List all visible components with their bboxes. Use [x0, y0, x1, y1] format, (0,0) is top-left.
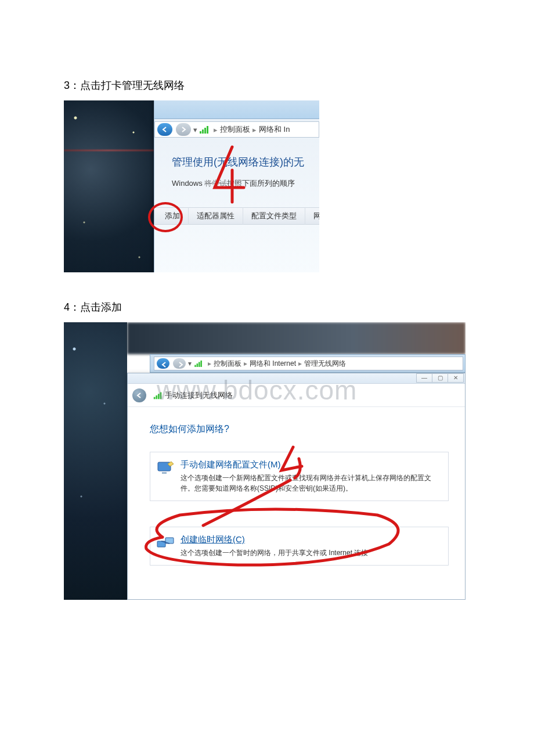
toolbar-adapter-button[interactable]: 适配器属性	[189, 207, 243, 225]
nav-back-button[interactable]	[157, 358, 169, 369]
minimize-button[interactable]: —	[416, 373, 432, 383]
step4-caption: 4：点击添加	[64, 300, 470, 314]
option-adhoc-desc: 这个选项创建一个暂时的网络，用于共享文件或 Internet 连接	[181, 548, 440, 558]
nav-back-button[interactable]	[157, 123, 172, 136]
wireless-icon	[194, 360, 203, 367]
wizard-titlebar: — ▢ ✕	[128, 373, 465, 384]
nav-dropdown-chevron-icon[interactable]: ▾	[188, 359, 192, 368]
wireless-icon	[200, 125, 209, 134]
explorer-window: ▾ ▸ 控制面板 ▸ 网络和 In 管理使用(无线网络连接)的无 Windows…	[154, 100, 319, 272]
option-adhoc-create[interactable]: 创建临时网络(C) 这个选项创建一个暂时的网络，用于共享文件或 Internet…	[150, 527, 449, 566]
figure-step4: ▾ ▸ 控制面板 ▸ 网络和 Internet ▸ 管理无线网络 — ▢ ✕ 手…	[64, 322, 466, 600]
nav-forward-button[interactable]	[176, 123, 191, 136]
nav-dropdown-chevron-icon[interactable]: ▾	[193, 125, 197, 134]
nav-forward-button[interactable]	[173, 358, 186, 369]
monitor-icon	[156, 459, 175, 478]
wireless-icon	[154, 391, 162, 399]
breadcrumb-sep-icon: ▸	[244, 359, 247, 368]
breadcrumb-sep-icon: ▸	[298, 359, 302, 368]
svg-rect-1	[162, 472, 167, 474]
maximize-button[interactable]: ▢	[432, 373, 448, 383]
breadcrumb-control-panel[interactable]: 控制面板	[214, 359, 241, 369]
wizard-prompt: 您想如何添加网络?	[150, 423, 449, 435]
parent-address-bar[interactable]: ▾ ▸ 控制面板 ▸ 网络和 Internet ▸ 管理无线网络	[154, 357, 463, 370]
wizard-back-button[interactable]	[132, 388, 146, 402]
breadcrumb-manage-wireless[interactable]: 管理无线网络	[304, 359, 346, 369]
window-content: 管理使用(无线网络连接)的无 Windows 将尝试按照下面所列的顺序 添加 适…	[154, 138, 319, 225]
breadcrumb-network-internet[interactable]: 网络和 Internet	[250, 359, 296, 369]
figure-step3: ▾ ▸ 控制面板 ▸ 网络和 In 管理使用(无线网络连接)的无 Windows…	[64, 100, 319, 272]
blurred-background	[127, 322, 466, 354]
network-icon	[156, 534, 175, 553]
wizard-header: 手动连接到无线网络	[128, 384, 465, 407]
option-adhoc-title: 创建临时网络(C)	[181, 534, 440, 545]
toolbar-add-button[interactable]: 添加	[154, 207, 189, 225]
wizard-title: 手动连接到无线网络	[165, 390, 233, 401]
desktop-bg	[64, 100, 154, 272]
address-bar[interactable]: ▾ ▸ 控制面板 ▸ 网络和 In	[154, 121, 319, 138]
toolbar-profile-button[interactable]: 配置文件类型	[243, 207, 305, 225]
breadcrumb-sep-icon: ▸	[252, 125, 257, 134]
wizard-window: — ▢ ✕ 手动连接到无线网络 您想如何添加网络? 手动创建网络配置文件(M) …	[127, 373, 466, 600]
page-subtext: Windows 将尝试按照下面所列的顺序	[172, 178, 319, 189]
breadcrumb-network[interactable]: 网络和 In	[259, 124, 290, 135]
option-manual-create[interactable]: 手动创建网络配置文件(M) 这个选项创建一个新网络配置文件或查找现有网络并在计算…	[150, 452, 449, 501]
close-button[interactable]: ✕	[448, 373, 464, 383]
toolbar-network-button[interactable]: 网	[305, 207, 319, 225]
breadcrumb-sep-icon: ▸	[208, 359, 211, 368]
toolbar: 添加 适配器属性 配置文件类型 网	[154, 207, 319, 225]
breadcrumb-control-panel[interactable]: 控制面板	[220, 124, 250, 135]
wizard-body: 您想如何添加网络? 手动创建网络配置文件(M) 这个选项创建一个新网络配置文件或…	[128, 407, 465, 566]
breadcrumb-sep-icon: ▸	[214, 125, 218, 134]
option-manual-desc: 这个选项创建一个新网络配置文件或查找现有网络并在计算机上保存网络的配置文件。您需…	[181, 473, 440, 494]
page-heading: 管理使用(无线网络连接)的无	[172, 155, 319, 169]
option-manual-title: 手动创建网络配置文件(M)	[181, 459, 440, 470]
step3-caption: 3：点击打卡管理无线网络	[64, 78, 470, 92]
desktop-bg	[64, 322, 127, 600]
window-frame-top	[154, 100, 319, 119]
